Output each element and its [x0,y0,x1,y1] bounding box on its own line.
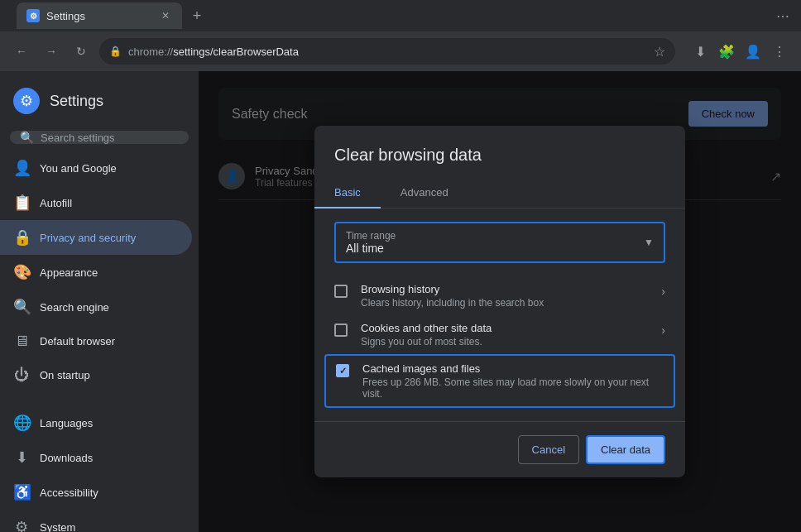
sidebar-item-label: Search engine [40,301,109,314]
cached-images-item[interactable]: Cached images and files Frees up 286 MB.… [324,354,675,408]
omnibox-right-icons: ☆ [654,44,665,60]
sidebar-item-languages[interactable]: 🌐 Languages [0,405,192,440]
sidebar-item-downloads[interactable]: ⬇ Downloads [0,440,192,475]
chevron-right-icon-2: › [661,324,665,337]
sidebar-item-privacy[interactable]: 🔒 Privacy and security [0,220,192,255]
url-display: chrome://settings/clearBrowserData [128,46,299,58]
tab-bar-right: ⋯ [771,4,794,27]
system-icon: ⚙ [13,518,30,532]
tab-bar: ⚙ Settings ✕ + ⋯ [0,0,801,31]
appearance-icon: 🎨 [13,263,30,281]
cached-images-desc: Frees up 286 MB. Some sites may load mor… [362,376,664,400]
browsing-history-content: Browsing history Clears history, includi… [361,283,648,309]
sidebar-item-label: Autofill [40,197,72,209]
profile-icon[interactable]: 👤 [741,40,765,63]
cookies-title: Cookies and other site data [361,322,648,334]
sidebar-item-you-google[interactable]: 👤 You and Google [0,151,192,185]
settings-logo: ⚙ [13,88,40,114]
search-placeholder: Search settings [41,132,115,144]
sidebar-item-default-browser[interactable]: 🖥 Default browser [0,324,192,358]
sidebar-item-label: Appearance [40,266,98,279]
tab-close-button[interactable]: ✕ [159,9,172,22]
search-icon: 🔍 [20,131,34,144]
dialog-footer: Cancel Clear data [314,421,685,477]
sidebar-item-accessibility[interactable]: ♿ Accessibility [0,475,192,510]
languages-icon: 🌐 [13,414,30,432]
sidebar-item-label: You and Google [40,162,117,175]
settings-search-box[interactable]: 🔍 Search settings [10,131,189,144]
tab-basic[interactable]: Basic [314,178,381,208]
dialog-tabs: Basic Advanced [314,178,685,208]
browsing-history-desc: Clears history, including in the search … [361,297,648,309]
sidebar-item-label: Accessibility [40,486,98,499]
forward-button[interactable]: → [40,40,63,63]
cookies-checkbox[interactable] [334,324,348,337]
settings-tab[interactable]: ⚙ Settings ✕ [17,2,182,29]
sidebar-item-appearance[interactable]: 🎨 Appearance [0,255,192,290]
browsing-history-title: Browsing history [361,283,648,295]
sidebar-header: ⚙ Settings [0,78,199,124]
cookies-content: Cookies and other site data Signs you ou… [361,322,648,347]
search-engine-icon: 🔍 [13,298,30,316]
sidebar-item-label: Default browser [40,335,115,347]
extensions-icon[interactable]: 🧩 [715,40,738,63]
sidebar-item-search-engine[interactable]: 🔍 Search engine [0,290,192,324]
sidebar-item-on-startup[interactable]: ⏻ On startup [0,358,192,392]
privacy-icon: 🔒 [13,228,30,247]
main-area: ⚙ Settings 🔍 Search settings 👤 You and G… [0,71,801,532]
sidebar-item-autofill[interactable]: 📋 Autofill [0,185,192,220]
content-area: Safety check Check now 👤 Privacy Sandbox… [199,71,801,532]
sidebar-item-label: On startup [40,369,90,381]
sidebar-title: Settings [50,93,103,110]
reload-button[interactable]: ↻ [70,40,93,63]
you-google-icon: 👤 [13,159,30,177]
tab-advanced[interactable]: Advanced [381,178,468,208]
autofill-icon: 📋 [13,194,30,212]
chevron-right-icon: › [661,285,665,298]
dialog-body: Time range All time ▼ Browsing history C… [314,208,685,421]
dropdown-arrow-icon: ▼ [644,237,654,248]
sidebar: ⚙ Settings 🔍 Search settings 👤 You and G… [0,71,199,532]
chrome-menu-icon[interactable]: ⋯ [771,4,794,27]
security-icon: 🔒 [109,46,122,57]
sidebar-item-label: Downloads [40,452,93,464]
default-browser-icon: 🖥 [13,333,30,350]
settings-menu-icon[interactable]: ⋮ [768,40,791,63]
cookies-desc: Signs you out of most sites. [361,336,648,347]
sidebar-item-label: Languages [40,417,93,429]
sidebar-item-system[interactable]: ⚙ System [0,510,192,532]
on-startup-icon: ⏻ [13,367,30,384]
browser-frame: ⚙ Settings ✕ + ⋯ ← → ↻ 🔒 chrome://settin… [0,0,801,532]
omnibox-bar: ← → ↻ 🔒 chrome://settings/clearBrowserDa… [0,31,801,71]
time-range-value: All time [346,242,644,255]
cached-images-checkbox[interactable] [336,364,349,377]
url-path: settings/clearBrowserData [173,46,299,58]
clear-data-button[interactable]: Clear data [586,435,665,464]
address-bar[interactable]: 🔒 chrome://settings/clearBrowserData ☆ [99,38,675,65]
browsing-history-checkbox[interactable] [334,285,348,298]
cached-images-content: Cached images and files Frees up 286 MB.… [362,362,664,400]
cancel-button[interactable]: Cancel [518,435,579,464]
clear-browsing-data-dialog: Clear browsing data Basic Advanced Time … [314,126,685,477]
download-icon[interactable]: ⬇ [688,40,712,63]
downloads-icon: ⬇ [13,448,30,467]
url-scheme: chrome:// [128,46,173,58]
browsing-history-item[interactable]: Browsing history Clears history, includi… [334,276,665,315]
sidebar-item-label: System [40,521,75,533]
new-tab-button[interactable]: + [185,4,209,27]
back-button[interactable]: ← [10,40,33,63]
bookmark-icon[interactable]: ☆ [654,44,665,60]
dialog-title: Clear browsing data [314,126,685,178]
time-range-dropdown[interactable]: Time range All time ▼ [334,222,665,263]
time-range-label: Time range [346,230,644,242]
cookies-item[interactable]: Cookies and other site data Signs you ou… [334,315,665,354]
accessibility-icon: ♿ [13,483,30,501]
tab-title: Settings [46,10,152,22]
toolbar-icons: ⬇ 🧩 👤 ⋮ [688,40,791,63]
tab-favicon: ⚙ [26,9,40,22]
dialog-overlay: Clear browsing data Basic Advanced Time … [199,71,801,532]
cached-images-title: Cached images and files [362,362,664,375]
sidebar-item-label: Privacy and security [40,232,136,244]
